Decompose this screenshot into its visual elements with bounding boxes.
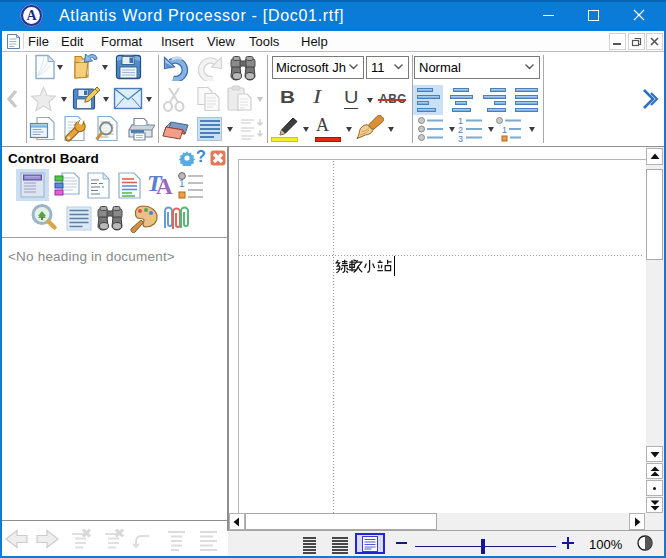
svg-text:A: A — [26, 8, 37, 23]
svg-text:1: 1 — [502, 125, 507, 135]
svg-text:3: 3 — [458, 134, 463, 142]
svg-text:1: 1 — [179, 178, 185, 189]
